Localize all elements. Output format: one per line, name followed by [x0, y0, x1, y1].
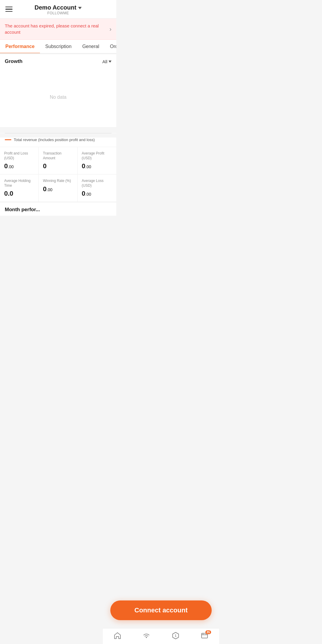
account-name: Demo Account [35, 4, 76, 11]
stat-transaction: Transaction Amount 0 [39, 147, 78, 174]
filter-label: All [102, 59, 107, 64]
chart-area: No data [0, 67, 116, 127]
alert-text: The account has expired, please connect … [5, 23, 106, 35]
tab-subscription[interactable]: Subscription [40, 40, 77, 54]
stat-winning-rate-value: 0.00 [43, 185, 74, 193]
growth-section-header: Growth All [0, 54, 116, 67]
stat-avg-loss-label: Average Loss (USD) [82, 179, 113, 188]
stat-holding-time-value: 0.0 [4, 190, 35, 197]
stat-pnl-value: 0.00 [4, 162, 35, 170]
no-data-label: No data [50, 95, 66, 100]
stat-holding-time: Average Holding Time 0.0 [0, 174, 39, 202]
stat-avg-loss-value: 0.00 [82, 190, 113, 197]
header: Demo Account FOLLOWME [0, 0, 116, 18]
month-performance-title: Month perfor... [5, 207, 112, 213]
stat-winning-rate: Winning Rate (%) 0.00 [39, 174, 78, 202]
stat-avg-loss: Average Loss (USD) 0.00 [78, 174, 116, 202]
platform-name: FOLLOWME [35, 11, 82, 15]
month-performance-section: Month perfor... [0, 203, 116, 216]
tab-bar: Performance Subscription General Order [0, 40, 116, 54]
legend-bar-icon [5, 139, 11, 140]
alert-arrow-icon: › [109, 26, 112, 33]
stat-transaction-value: 0 [43, 162, 74, 170]
header-center: Demo Account FOLLOWME [35, 4, 82, 15]
account-title[interactable]: Demo Account [35, 4, 82, 11]
legend-text: Total revenue (Includes position profit … [14, 138, 95, 142]
tab-general[interactable]: General [77, 40, 105, 54]
stat-pnl-label: Profit and Loss (USD) [4, 151, 35, 160]
menu-button[interactable] [5, 7, 13, 12]
chart-divider [5, 133, 112, 133]
tab-order[interactable]: Order [105, 40, 116, 54]
stat-avg-profit: Average Profit (USD) 0.00 [78, 147, 116, 174]
stats-grid: Profit and Loss (USD) 0.00 Transaction A… [0, 147, 116, 202]
stat-avg-profit-label: Average Profit (USD) [82, 151, 113, 160]
stat-transaction-label: Transaction Amount [43, 151, 74, 160]
dropdown-arrow-icon [109, 61, 112, 63]
stat-winning-rate-label: Winning Rate (%) [43, 179, 74, 183]
stat-avg-profit-value: 0.00 [82, 162, 113, 170]
chevron-down-icon [78, 7, 82, 9]
alert-banner[interactable]: The account has expired, please connect … [0, 18, 116, 40]
chart-legend: Total revenue (Includes position profit … [0, 138, 116, 147]
stat-pnl: Profit and Loss (USD) 0.00 [0, 147, 39, 174]
growth-title: Growth [5, 58, 23, 64]
tab-performance[interactable]: Performance [0, 40, 40, 54]
filter-dropdown[interactable]: All [102, 59, 112, 64]
stat-holding-time-label: Average Holding Time [4, 179, 35, 188]
